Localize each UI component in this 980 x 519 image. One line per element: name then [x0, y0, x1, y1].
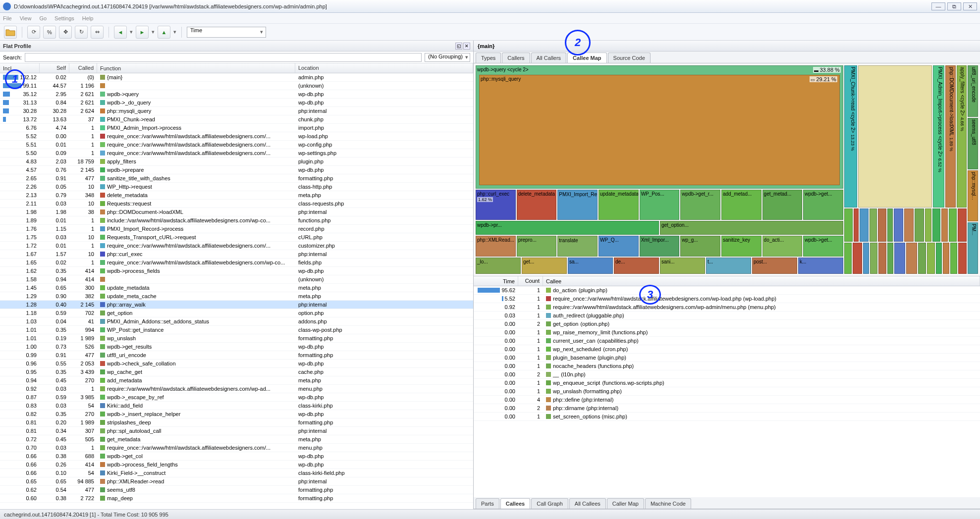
table-row[interactable]: 0.600.382 722map_deepformatting.php — [0, 494, 473, 503]
tab-call-graph[interactable]: Call Graph — [531, 498, 568, 509]
table-row[interactable]: 0.001nocache_headers (functions.php) — [474, 362, 980, 370]
tm-box[interactable]: PMXI_Import_Record->process — [557, 190, 598, 220]
table-row[interactable]: 0.001wp_enqueue_script (functions.wp-scr… — [474, 379, 980, 387]
table-row[interactable]: 0.720.45505get_metadata meta.php — [0, 435, 473, 444]
tm-box[interactable]: wp_g... — [680, 236, 720, 257]
col-time[interactable]: Time — [474, 276, 518, 286]
table-row[interactable]: 1.280.402 145php::array_walkphp:internal — [0, 301, 473, 309]
tm-box[interactable] — [870, 208, 877, 242]
tm-box[interactable] — [925, 208, 931, 242]
col-location[interactable]: Location — [295, 63, 473, 73]
table-row[interactable]: 0.001plugin_basename (plugin.php) — [474, 354, 980, 362]
callees-table[interactable]: Time Count Callee 95.621do_action (plugi… — [474, 276, 980, 497]
tm-box[interactable]: php::mysql... — [968, 170, 978, 222]
callee-map[interactable]: wpdb->query <cycle 2> ▬ 33.88 % php::mys… — [474, 63, 980, 276]
tm-box[interactable]: de... — [614, 258, 659, 274]
tm-box[interactable] — [915, 208, 924, 242]
tm-box[interactable] — [958, 243, 967, 274]
tm-box[interactable] — [943, 243, 949, 274]
tm-box[interactable] — [844, 208, 853, 242]
tm-box[interactable] — [949, 208, 957, 242]
table-row[interactable]: 95.621do_action (plugin.php) — [474, 286, 980, 295]
expand-button[interactable]: ⇔ — [91, 26, 104, 39]
tm-box[interactable] — [854, 208, 859, 242]
table-row[interactable]: 0.650.6594 885php::XMLReader->read php:i… — [0, 477, 473, 486]
table-row[interactable]: 0.620.54477seems_utf8formatting.php — [0, 486, 473, 494]
table-row[interactable]: 0.830.0354Kirki::add_fieldclass-kirki.ph… — [0, 402, 473, 410]
table-row[interactable]: 0.810.201 989stripslashes_deepformatting… — [0, 418, 473, 427]
tm-box[interactable]: delete_metadata <... — [517, 190, 557, 220]
tm-box[interactable] — [863, 243, 869, 274]
tm-box[interactable]: sani... — [660, 258, 705, 274]
table-row[interactable]: 0.820.35270wpdb->_insert_replace_helper … — [0, 410, 473, 418]
table-row[interactable]: 4.832.0318 759apply_filters plugin.php — [0, 157, 473, 166]
table-row[interactable]: 1.450.65300update_metadata meta.php — [0, 284, 473, 292]
table-row[interactable]: 0.950.353 439wp_cache_getcache.php — [0, 368, 473, 376]
tm-box[interactable] — [853, 243, 862, 274]
table-row[interactable]: 1.000.73526wpdb->get_results wp-db.php — [0, 343, 473, 351]
col-incl[interactable]: Incl. — [0, 63, 40, 73]
up-dropdown[interactable]: ▾ — [173, 29, 176, 35]
table-row[interactable]: 30.2830.282 624php::mysqli_queryphp:inte… — [0, 107, 473, 115]
tm-box[interactable] — [887, 208, 893, 242]
forward-dropdown[interactable]: ▾ — [152, 29, 155, 35]
tab-callee-map[interactable]: Callee Map — [567, 52, 606, 63]
tm-box[interactable]: get_metad... — [762, 190, 803, 220]
tm-box[interactable] — [950, 243, 957, 274]
table-row[interactable]: 5.500.091require_once::/var/www/html/awd… — [0, 149, 473, 157]
tm-apply-filters[interactable]: apply_filters <cycle 2> 4.66 % — [957, 65, 967, 208]
table-row[interactable]: 1.981.9838php::DOMDocument->loadXMLphp:i… — [0, 208, 473, 216]
percent-button[interactable]: % — [43, 26, 56, 39]
menu-file[interactable]: File — [3, 15, 12, 21]
table-row[interactable]: 5.521require_once::/var/www/html/awdstac… — [474, 295, 980, 303]
tm-box[interactable] — [904, 208, 914, 242]
reload-button[interactable]: ⟳ — [27, 26, 40, 39]
table-row[interactable]: 0.031auth_redirect (pluggable.php) — [474, 311, 980, 320]
table-row[interactable]: 1.290.90382update_meta_cache meta.php — [0, 292, 473, 301]
table-row[interactable]: 1.671.5710php::curl_execphp:internal — [0, 250, 473, 259]
tab-source-code[interactable]: Source Code — [608, 52, 651, 63]
tab-all-callers[interactable]: All Callers — [531, 52, 567, 63]
table-row[interactable]: 6.764.741PMXI_Admin_Import->process impo… — [0, 124, 473, 132]
back-button[interactable]: ◄ — [114, 26, 127, 39]
table-row[interactable]: 102.120.02(0){main}admin.php — [0, 73, 473, 82]
menu-help[interactable]: Help — [82, 15, 94, 21]
metric-select[interactable]: Time — [187, 27, 266, 38]
table-row[interactable]: 0.002php::dirname (php:internal) — [474, 404, 980, 413]
tm-box[interactable]: get_option... — [660, 221, 843, 235]
tm-box[interactable]: utf8_uri_encode — [968, 65, 978, 117]
tm-box[interactable]: get... — [522, 258, 567, 274]
tm-box[interactable]: wpdb->pr... — [476, 221, 659, 235]
table-row[interactable]: 1.650.021require_once::/var/www/html/awd… — [0, 259, 473, 267]
tm-box[interactable]: php::XMLRead... — [476, 236, 516, 257]
tm-pmxi-admin[interactable]: PMXI_Admin_Import->process <cycle 2> 6.5… — [933, 65, 944, 208]
tm-box[interactable] — [941, 208, 948, 242]
table-row[interactable]: 5.510.011require_once::/var/www/html/awd… — [0, 141, 473, 149]
table-row[interactable]: 1.010.191 989wp_unslashformatting.php — [0, 334, 473, 343]
back-dropdown[interactable]: ▾ — [130, 29, 133, 35]
tm-box[interactable]: PM... — [968, 222, 978, 274]
col-self[interactable]: Self — [40, 63, 69, 73]
tm-box[interactable] — [918, 243, 926, 274]
tm-box[interactable]: sa... — [568, 258, 613, 274]
table-row[interactable]: 0.960.552 053wpdb->check_safe_collationw… — [0, 360, 473, 368]
tm-box[interactable]: WP_Pos... — [640, 190, 680, 220]
table-row[interactable]: 0.001wp_next_scheduled (cron.php) — [474, 345, 980, 354]
table-row[interactable]: 1.750.0310Requests_Transport_cURL->reque… — [0, 233, 473, 242]
table-row[interactable]: 0.001wp_raise_memory_limit (functions.ph… — [474, 328, 980, 337]
menu-view[interactable]: View — [20, 15, 32, 21]
table-row[interactable]: 1.761.151PMXI_Import_Record->process rec… — [0, 225, 473, 233]
table-row[interactable]: 13.7213.6337PMXI_Chunk->read chunk.php — [0, 115, 473, 124]
table-row[interactable]: 2.650.91477sanitize_title_with_dashesfor… — [0, 174, 473, 183]
tm-box[interactable] — [844, 243, 852, 274]
table-row[interactable]: 1.580.94414(unknown) — [0, 275, 473, 284]
table-row[interactable]: 99.1144.571 196(unknown) — [0, 82, 473, 90]
tm-box[interactable]: update_metadata <... — [599, 190, 639, 220]
cycle-button[interactable]: ↻ — [75, 26, 88, 39]
tm-box[interactable]: WP_Q... — [599, 236, 639, 257]
table-row[interactable]: 1.890.011include::/var/www/html/awdstack… — [0, 216, 473, 225]
menu-settings[interactable]: Settings — [54, 15, 74, 21]
table-row[interactable]: 0.810.34307php::spl_autoload_call php:in… — [0, 427, 473, 435]
tm-box[interactable]: php::curl_exec1.62 % — [476, 190, 516, 220]
table-row[interactable]: 0.001current_user_can (capabilities.php) — [474, 337, 980, 345]
